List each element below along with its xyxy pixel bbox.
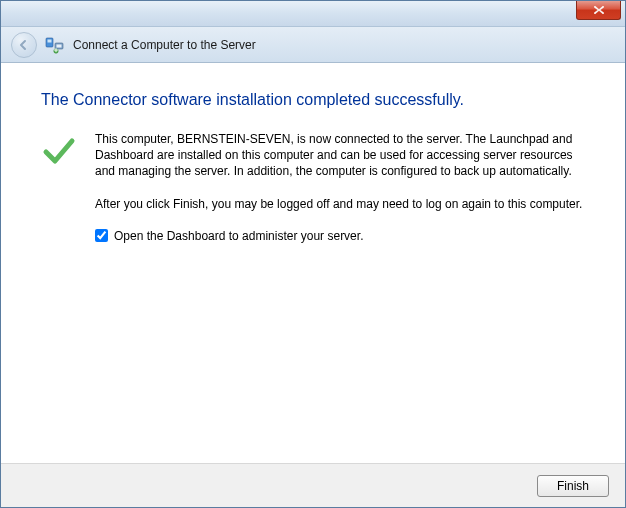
- back-button: [11, 32, 37, 58]
- arrow-left-icon: [17, 38, 31, 52]
- wizard-title: Connect a Computer to the Server: [73, 38, 256, 52]
- success-checkmark-icon: [41, 133, 77, 169]
- close-button[interactable]: [576, 1, 621, 20]
- paragraph-2: After you click Finish, you may be logge…: [95, 196, 585, 212]
- window-titlebar: [1, 1, 625, 27]
- page-heading: The Connector software installation comp…: [41, 91, 585, 109]
- wizard-footer: Finish: [1, 463, 625, 507]
- wizard-header: Connect a Computer to the Server: [1, 27, 625, 63]
- finish-button[interactable]: Finish: [537, 475, 609, 497]
- server-connect-icon: [45, 36, 65, 54]
- paragraph-1: This computer, BERNSTEIN-SEVEN, is now c…: [95, 131, 585, 180]
- close-icon: [593, 5, 605, 15]
- svg-rect-1: [48, 39, 52, 42]
- svg-rect-3: [57, 44, 62, 47]
- body-text: This computer, BERNSTEIN-SEVEN, is now c…: [95, 131, 585, 244]
- wizard-content: The Connector software installation comp…: [1, 63, 625, 244]
- open-dashboard-checkbox[interactable]: [95, 229, 108, 242]
- open-dashboard-label[interactable]: Open the Dashboard to administer your se…: [114, 228, 363, 244]
